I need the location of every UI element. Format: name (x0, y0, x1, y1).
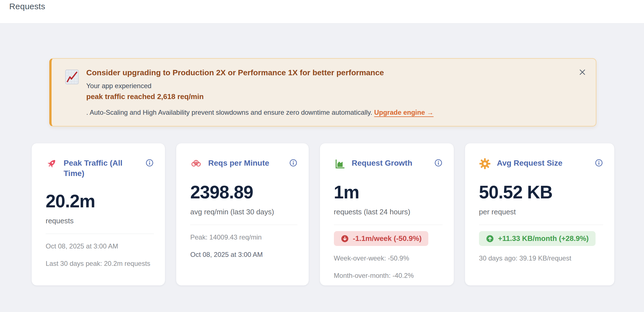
metric-detail: Last 30 days peak: 20.2m requests (46, 259, 154, 269)
banner-text-span: . Auto-Scaling and High Availability pre… (86, 109, 374, 116)
divider (334, 225, 443, 225)
divider (190, 225, 297, 225)
banner-text: . Auto-Scaling and High Availability pre… (86, 109, 434, 116)
area-chart-icon (334, 158, 346, 170)
banner-title: Consider upgrading to Production 2X or P… (86, 68, 434, 77)
upgrade-engine-link[interactable]: Upgrade engine → (374, 109, 434, 116)
card-title: Peak Traffic (All Time) (64, 158, 139, 179)
card-peak-traffic: Peak Traffic (All Time) 20.2m requests O… (32, 143, 165, 285)
metric-detail: 30 days ago: 39.19 KB/request (479, 253, 599, 263)
upgrade-banner: Consider upgrading to Production 2X or P… (49, 58, 596, 126)
divider (46, 234, 154, 234)
info-icon[interactable] (595, 159, 603, 167)
chart-increasing-icon (65, 69, 79, 85)
info-icon[interactable] (145, 159, 154, 167)
metric-subtitle: avg req/min (last 30 days) (190, 208, 297, 216)
main-content: Consider upgrading to Production 2X or P… (0, 58, 644, 285)
metric-detail: Week-over-week: -50.9% (334, 253, 443, 263)
banner-peak-traffic-text: peak traffic reached 2,618 req/min (86, 92, 434, 101)
metric-detail: Oct 08, 2025 at 3:00 AM (190, 250, 297, 260)
metric-cards-row: Peak Traffic (All Time) 20.2m requests O… (32, 143, 614, 285)
trend-badge-positive: +11.33 KB/month (+28.9%) (479, 231, 596, 246)
metric-value: 1m (334, 182, 443, 203)
brain-icon (190, 158, 202, 170)
card-avg-request-size: Avg Request Size 50.52 KB per request +1 (465, 143, 614, 285)
page-header: Requests (0, 0, 644, 24)
card-request-growth: Request Growth 1m requests (last 24 hour… (320, 143, 454, 285)
metric-subtitle: per request (479, 208, 603, 216)
close-icon (578, 68, 587, 76)
card-title: Avg Request Size (497, 158, 589, 168)
card-title: Request Growth (352, 158, 428, 168)
banner-body: Consider upgrading to Production 2X or P… (86, 68, 434, 116)
arrow-down-circle-icon (341, 234, 349, 243)
metric-detail: Oct 08, 2025 at 3:00 AM (46, 241, 154, 251)
metric-detail: Month-over-month: -40.2% (334, 271, 443, 281)
metric-value: 20.2m (46, 191, 154, 212)
gear-icon (479, 158, 491, 170)
metric-subtitle: requests (last 24 hours) (334, 208, 443, 216)
metric-detail: Peak: 14009.43 req/min (190, 232, 297, 242)
info-icon[interactable] (289, 159, 297, 167)
card-title: Reqs per Minute (208, 158, 283, 168)
rocket-icon (46, 158, 57, 170)
divider (479, 225, 603, 225)
trend-badge-label: -1.1m/week (-50.9%) (353, 234, 422, 243)
trend-badge-label: +11.33 KB/month (+28.9%) (498, 234, 589, 243)
page-title: Requests (9, 2, 644, 11)
trend-badge-negative: -1.1m/week (-50.9%) (334, 231, 429, 246)
arrow-up-circle-icon (486, 234, 494, 243)
metric-value: 2398.89 (190, 182, 297, 203)
info-icon[interactable] (434, 159, 443, 167)
metric-value: 50.52 KB (479, 182, 603, 203)
close-banner-button[interactable] (578, 68, 587, 77)
card-reqs-per-minute: Reqs per Minute 2398.89 avg req/min (las… (176, 143, 308, 285)
banner-text: Your app experienced (86, 82, 434, 90)
metric-subtitle: requests (46, 217, 154, 225)
